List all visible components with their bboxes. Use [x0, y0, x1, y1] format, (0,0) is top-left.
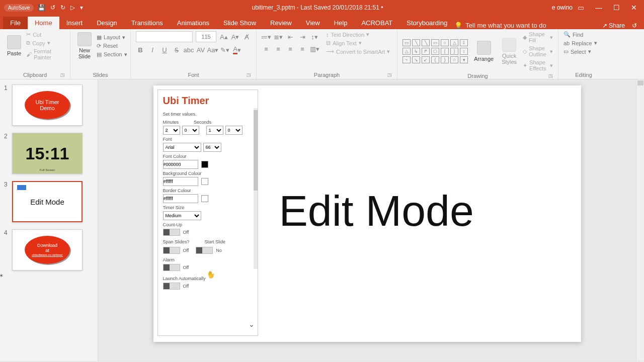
smartart-button[interactable]: ⟶ Convert to SmartArt ▾	[326, 48, 390, 55]
shape-outline-button[interactable]: ◇ Shape Outline ▾	[523, 45, 553, 57]
align-right-icon[interactable]: ≡	[286, 45, 295, 54]
bullets-icon[interactable]: ≔▾	[262, 33, 271, 42]
font-colour-swatch[interactable]	[201, 161, 208, 168]
pane-scrollbar[interactable]	[254, 108, 258, 269]
tab-file[interactable]: File	[3, 17, 28, 29]
vscroll-thumb[interactable]	[637, 80, 643, 85]
redo-icon[interactable]: ↻	[60, 4, 65, 11]
border-colour-input[interactable]	[163, 194, 198, 203]
line-spacing-icon[interactable]: ↕▾	[310, 33, 319, 42]
shape-fill-button[interactable]: ◆ Shape Fill ▾	[523, 31, 553, 43]
tab-transitions[interactable]: Transitions	[124, 17, 170, 29]
shadow-icon[interactable]: abc	[184, 45, 193, 54]
close-icon[interactable]: ✕	[631, 4, 637, 12]
share-button[interactable]: ↗ Share	[602, 22, 625, 29]
slide-main-text[interactable]: Edit Mode	[279, 186, 474, 236]
history-icon[interactable]: ↺	[632, 22, 637, 29]
tab-home[interactable]: Home	[28, 17, 59, 29]
font-size-combo[interactable]: 115	[196, 31, 216, 42]
justify-icon[interactable]: ≡	[298, 45, 307, 54]
thumb-row-4[interactable]: 4 ✶ Download at ubisoftware.co.uk/timer	[4, 229, 94, 270]
font-name-combo[interactable]	[136, 31, 193, 42]
slide-canvas[interactable]: ◂ Ubi Timer Set timer values. Minutes Se…	[98, 79, 636, 361]
clear-formatting-icon[interactable]: A̸	[243, 32, 251, 41]
thumb-slide-1[interactable]: Ubi Timer Demo	[12, 84, 83, 126]
align-left-icon[interactable]: ≡	[262, 45, 271, 54]
start-slide-toggle[interactable]: No	[196, 247, 222, 254]
arrange-button[interactable]: Arrange	[472, 40, 496, 63]
user-name[interactable]: e owino	[552, 4, 578, 11]
copy-button[interactable]: ⧉ Copy ▾	[26, 40, 65, 46]
font-colour-input[interactable]	[163, 160, 198, 169]
autosave-toggle[interactable]: AutoSave	[4, 4, 34, 12]
thumb-row-2[interactable]: 2 15:11 Full Screen	[4, 133, 94, 174]
tab-review[interactable]: Review	[263, 17, 299, 29]
format-painter-button[interactable]: 🖌 Format Painter	[26, 48, 65, 60]
new-slide-button[interactable]: New Slide	[75, 31, 94, 60]
change-case-icon[interactable]: Aa▾	[208, 45, 217, 54]
span-slides-toggle[interactable]: Off	[163, 247, 189, 254]
numbering-icon[interactable]: ≣▾	[274, 33, 283, 42]
minimize-icon[interactable]: —	[595, 4, 602, 12]
thumb-slide-4[interactable]: Download at ubisoftware.co.uk/timer	[12, 229, 83, 270]
sec-tens-select[interactable]: 1	[206, 126, 223, 135]
min-tens-select[interactable]: 2	[163, 126, 180, 135]
pane-collapse-icon[interactable]: ◂	[258, 94, 258, 106]
tab-animations[interactable]: Animations	[170, 17, 216, 29]
bg-colour-swatch[interactable]	[201, 178, 208, 185]
timer-size-select[interactable]: Medium	[163, 211, 201, 220]
text-direction-button[interactable]: ↕ Text Direction ▾	[326, 31, 390, 38]
sec-ones-select[interactable]: 0	[225, 126, 243, 135]
tab-insert[interactable]: Insert	[59, 17, 90, 29]
underline-icon[interactable]: U	[160, 45, 169, 54]
pane-scroll-down-icon[interactable]: ⌄	[249, 320, 255, 328]
shape-effects-button[interactable]: ✦ Shape Effects ▾	[523, 59, 553, 71]
bold-icon[interactable]: B	[136, 45, 145, 54]
tell-me-search[interactable]: 💡 Tell me what you want to do	[454, 22, 546, 29]
save-icon[interactable]: 💾	[38, 4, 45, 11]
strikethrough-icon[interactable]: S̶	[172, 45, 181, 54]
tab-acrobat[interactable]: ACROBAT	[354, 17, 399, 29]
replace-button[interactable]: ab Replace ▾	[564, 40, 604, 46]
start-from-beginning-icon[interactable]: ▷	[70, 4, 75, 11]
drawing-launcher-icon[interactable]: ◳	[548, 73, 553, 78]
shapes-gallery[interactable]: ▭╲╲▭○△⇩ △↳↱⬡{}↕ ~↘↙()☆▾	[403, 39, 468, 63]
pane-scroll-thumb[interactable]	[254, 110, 258, 191]
quick-styles-button[interactable]: Quick Styles	[500, 37, 519, 66]
bg-colour-input[interactable]	[163, 177, 198, 186]
countup-toggle[interactable]: Off	[163, 229, 254, 236]
font-name-select[interactable]: Arial	[163, 143, 201, 152]
thumb-slide-3[interactable]: Edit Mode	[12, 181, 83, 222]
decrease-font-icon[interactable]: A▾	[231, 32, 239, 41]
paragraph-launcher-icon[interactable]: ◳	[387, 72, 392, 77]
ribbon-options-icon[interactable]: ▭	[578, 4, 584, 12]
columns-icon[interactable]: ▥▾	[310, 45, 319, 54]
font-launcher-icon[interactable]: ◳	[247, 72, 251, 77]
select-button[interactable]: ▭ Select ▾	[564, 48, 604, 55]
border-colour-swatch[interactable]	[201, 195, 208, 202]
thumb-slide-2[interactable]: 15:11 Full Screen	[12, 133, 83, 174]
paste-button[interactable]: Paste	[5, 34, 23, 57]
font-color-icon[interactable]: A▾	[232, 45, 242, 54]
thumb-row-1[interactable]: 1 Ubi Timer Demo	[4, 84, 94, 126]
cut-button[interactable]: ✂ Cut	[26, 31, 65, 38]
tab-design[interactable]: Design	[90, 17, 124, 29]
min-ones-select[interactable]: 0	[182, 126, 199, 135]
font-size-select[interactable]: 66	[203, 143, 221, 152]
tab-view[interactable]: View	[299, 17, 327, 29]
launch-auto-toggle[interactable]: Off	[163, 283, 254, 290]
clipboard-launcher-icon[interactable]: ◳	[60, 72, 65, 77]
section-button[interactable]: ▤ Section ▾	[97, 51, 127, 58]
maximize-icon[interactable]: ☐	[613, 4, 620, 12]
reset-button[interactable]: ⟳ Reset	[97, 43, 127, 49]
increase-indent-icon[interactable]: ⇥	[298, 33, 307, 42]
layout-button[interactable]: ▦ Layout ▾	[97, 34, 127, 41]
slide[interactable]: ◂ Ubi Timer Set timer values. Minutes Se…	[153, 85, 581, 342]
tab-help[interactable]: Help	[327, 17, 355, 29]
tab-storyboarding[interactable]: Storyboarding	[399, 17, 454, 29]
align-center-icon[interactable]: ≡	[274, 45, 283, 54]
thumb-row-3[interactable]: 3 Edit Mode	[4, 181, 94, 222]
increase-font-icon[interactable]: A▴	[219, 32, 228, 41]
italic-icon[interactable]: I	[148, 45, 157, 54]
character-spacing-icon[interactable]: AV	[196, 45, 205, 54]
